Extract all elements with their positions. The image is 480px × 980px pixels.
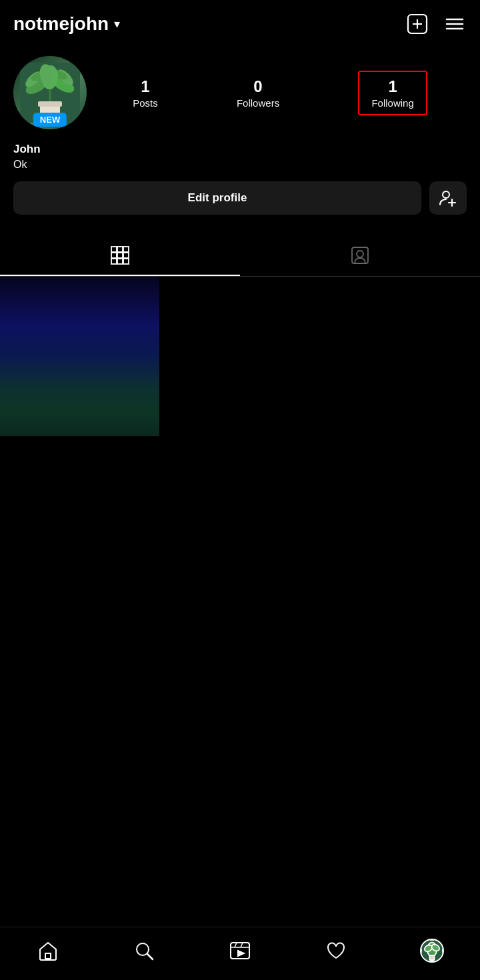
following-count: 1: [388, 77, 397, 96]
followers-count: 0: [253, 77, 262, 96]
nav-home[interactable]: [0, 927, 96, 973]
stats-row: 1 Posts 0 Followers 1 Following: [93, 71, 467, 115]
username[interactable]: notmejohn: [13, 13, 109, 35]
edit-profile-button[interactable]: Edit profile: [13, 181, 421, 215]
svg-rect-24: [111, 253, 117, 258]
buttons-row: Edit profile: [13, 181, 467, 215]
add-friend-button[interactable]: [429, 181, 467, 215]
svg-rect-44: [429, 955, 434, 960]
post-thumbnail: [0, 277, 159, 436]
svg-rect-27: [111, 259, 117, 264]
nav-avatar: [420, 939, 444, 963]
svg-rect-29: [123, 259, 129, 264]
tabs-row: [0, 235, 480, 277]
menu-icon[interactable]: [443, 12, 467, 36]
tab-grid[interactable]: [0, 235, 240, 276]
svg-marker-39: [238, 951, 244, 956]
nav-reels[interactable]: [192, 927, 288, 973]
grid-item[interactable]: [0, 277, 159, 436]
following-label: Following: [371, 97, 413, 109]
nav-profile[interactable]: [384, 927, 480, 973]
svg-rect-30: [352, 247, 368, 263]
svg-point-31: [357, 251, 363, 257]
followers-label: Followers: [237, 97, 279, 109]
new-badge: NEW: [33, 113, 67, 127]
profile-name: John: [13, 143, 467, 156]
posts-count: 1: [141, 77, 149, 96]
svg-rect-23: [123, 247, 129, 252]
header-right: [405, 12, 467, 36]
posts-grid: [0, 277, 480, 436]
profile-bio: Ok: [13, 159, 467, 171]
header: notmejohn ▾: [0, 0, 480, 43]
svg-line-38: [241, 943, 243, 947]
posts-label: Posts: [133, 97, 158, 109]
svg-point-18: [443, 191, 449, 198]
svg-line-37: [235, 943, 237, 947]
svg-rect-8: [38, 101, 62, 107]
svg-line-34: [147, 954, 153, 959]
svg-rect-35: [231, 943, 249, 959]
followers-stat[interactable]: 0 Followers: [237, 77, 279, 109]
svg-rect-28: [117, 259, 123, 264]
profile-section: NEW 1 Posts 0 Followers 1 Following John…: [0, 43, 480, 235]
profile-info-row: NEW 1 Posts 0 Followers 1 Following: [13, 56, 467, 129]
svg-rect-26: [123, 253, 129, 258]
svg-rect-25: [117, 253, 123, 258]
bottom-nav: [0, 927, 480, 980]
following-stat[interactable]: 1 Following: [358, 71, 427, 115]
svg-rect-22: [117, 247, 123, 252]
chevron-down-icon[interactable]: ▾: [114, 17, 120, 31]
header-left: notmejohn ▾: [13, 13, 120, 35]
svg-rect-21: [111, 247, 117, 252]
tab-tagged[interactable]: [240, 235, 480, 276]
nav-search[interactable]: [96, 927, 192, 973]
avatar-container[interactable]: NEW: [13, 56, 87, 129]
add-post-icon[interactable]: [405, 12, 429, 36]
nav-likes[interactable]: [288, 927, 384, 973]
svg-rect-32: [45, 953, 51, 959]
posts-stat[interactable]: 1 Posts: [133, 77, 158, 109]
